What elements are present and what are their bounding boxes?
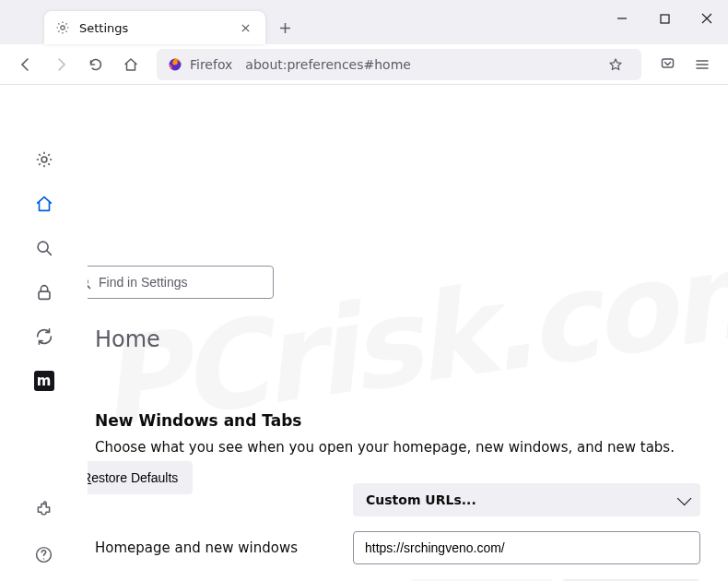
forward-button xyxy=(46,50,76,79)
bookmark-star-button[interactable] xyxy=(601,50,630,79)
reload-button[interactable] xyxy=(81,50,111,79)
homepage-url-row: Homepage and new windows xyxy=(95,531,700,564)
back-button[interactable] xyxy=(11,50,41,79)
homepage-mode-select[interactable]: Custom URLs... xyxy=(353,483,700,516)
nav-toolbar: Firefox about:preferences#home xyxy=(0,44,728,85)
svg-rect-3 xyxy=(662,59,673,67)
svg-rect-6 xyxy=(39,291,50,299)
sidebar-privacy-icon[interactable] xyxy=(34,282,54,302)
app-menu-button[interactable] xyxy=(687,50,717,79)
svg-point-4 xyxy=(41,157,47,162)
content-area: m PCrisk.com Home Restore Defaults New W… xyxy=(0,85,728,581)
restore-defaults-button[interactable]: Restore Defaults xyxy=(88,461,193,494)
sidebar-sync-icon[interactable] xyxy=(34,326,54,347)
homepage-url-input[interactable] xyxy=(353,531,700,564)
tab-settings[interactable]: Settings xyxy=(44,11,265,44)
sidebar-extensions-icon[interactable] xyxy=(34,500,54,520)
gear-icon xyxy=(55,20,70,35)
find-input[interactable] xyxy=(99,275,264,290)
minimize-button[interactable] xyxy=(601,0,643,37)
search-icon xyxy=(88,276,91,290)
url-bar[interactable]: Firefox about:preferences#home xyxy=(157,49,641,80)
tab-label: Settings xyxy=(79,21,227,35)
firefox-logo-icon xyxy=(168,57,182,72)
homepage-label: Homepage and new windows xyxy=(95,540,335,556)
maximize-button[interactable] xyxy=(643,0,686,37)
home-button[interactable] xyxy=(116,50,146,79)
sidebar-search-icon[interactable] xyxy=(34,238,54,258)
settings-sidebar: m xyxy=(0,85,88,581)
page-title: Home xyxy=(95,326,700,352)
titlebar: Settings xyxy=(0,0,728,44)
close-window-button[interactable] xyxy=(686,0,728,37)
new-tab-button[interactable] xyxy=(271,14,299,42)
window-controls xyxy=(601,0,728,44)
section-new-windows-tabs-desc: Choose what you see when you open your h… xyxy=(95,439,700,456)
settings-main: PCrisk.com Home Restore Defaults New Win… xyxy=(88,85,728,581)
sidebar-mozilla-icon[interactable]: m xyxy=(34,371,54,391)
svg-rect-1 xyxy=(661,15,669,23)
sidebar-home-icon[interactable] xyxy=(34,194,54,214)
svg-point-0 xyxy=(61,26,65,30)
tab-close-button[interactable] xyxy=(236,18,254,37)
sidebar-general-icon[interactable] xyxy=(34,149,54,170)
identity-label: Firefox xyxy=(190,57,232,72)
sidebar-help-icon[interactable] xyxy=(34,544,54,564)
section-new-windows-tabs-title: New Windows and Tabs xyxy=(95,411,700,430)
save-to-pocket-button[interactable] xyxy=(652,50,682,79)
url-text: about:preferences#home xyxy=(245,57,411,72)
find-in-settings[interactable] xyxy=(88,266,274,299)
